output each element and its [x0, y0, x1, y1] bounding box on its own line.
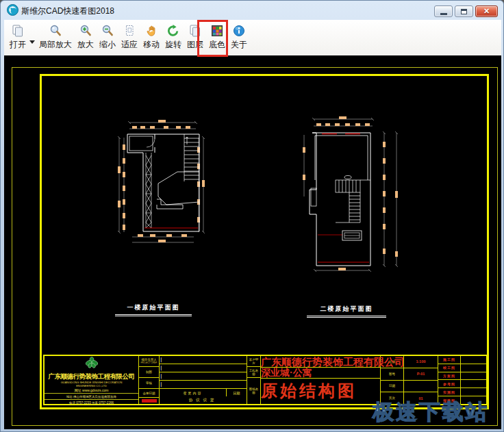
- project-client: 广东顺德行势装饰工程有限公司: [261, 356, 380, 367]
- company-phone: 电话 0757-2233 传真 0757-2266: [45, 400, 138, 405]
- maximize-button[interactable]: [455, 5, 473, 17]
- zoom-out-icon: [101, 23, 114, 38]
- toolbar-button-zoom-in[interactable]: 放大: [75, 22, 97, 52]
- revision-header: 变更内容 日期: [160, 389, 247, 396]
- toolbar-button-fit[interactable]: 适应: [118, 22, 140, 52]
- drawing-type-row: 竣工图: [438, 364, 486, 372]
- toolbar-button-move[interactable]: 移动: [140, 22, 162, 52]
- cad-viewport[interactable]: 一楼原始平面图: [4, 55, 501, 429]
- plan-caption-first-floor: 一楼原始平面图: [115, 303, 192, 316]
- toolbar-button-rotate[interactable]: 旋转: [162, 22, 184, 52]
- meta-row: 日期: [381, 381, 438, 393]
- toolbar-button-zoom-out[interactable]: 缩小: [97, 22, 118, 52]
- signature-stamp-cell: [139, 398, 159, 404]
- signature-row: 会签日期: [139, 389, 159, 398]
- title-block-project-panel: 广东顺德行势装饰工程有限公司 深业城·公寓 原始结构图: [261, 356, 381, 404]
- zoom-in-icon: [79, 23, 92, 38]
- title-block-signature-column: 项目负责人 PROJECT CHIEF 制图 审核 会签日期: [139, 356, 160, 404]
- title-block-revision-grid: ▏ ▏ ▏ ▏ 变更内容 日期 协议议定: [160, 356, 247, 404]
- project-name: 深业城·公寓: [261, 367, 380, 378]
- watermark-text: 极速下载站: [373, 398, 489, 427]
- app-window: 斯维尔CAD快速看图2018 ✕ 打开 局部放大 放大: [0, 0, 504, 432]
- floor-plan-second-floor: [300, 114, 406, 282]
- title-block-company-panel: 广东顺德行势装饰工程有限公司 GUANGDONG SHUNDE XINGSHI …: [45, 356, 139, 404]
- maximize-icon: [461, 9, 467, 14]
- toolbar-button-bgcolor[interactable]: 底色: [206, 22, 228, 52]
- drawing-type-row: 方案图: [438, 372, 486, 381]
- revision-footer: 协议议定: [160, 396, 247, 404]
- app-logo-icon: [7, 4, 18, 16]
- move-hand-icon: [144, 23, 158, 38]
- drawing-type-row: 施工图: [438, 356, 486, 364]
- drawing-type-row: 参考图: [438, 380, 486, 388]
- wall-outline: [127, 134, 199, 231]
- toolbar-button-partial-zoom[interactable]: 局部放大: [36, 22, 75, 52]
- dimension-text-blobs: [303, 116, 398, 270]
- company-logo-icon: [84, 357, 99, 370]
- drawing-title: 原始结构图: [261, 378, 380, 404]
- title-block-project-labels: 客户甲方 工程名称 图纸名称: [247, 356, 261, 404]
- fit-icon: [123, 23, 136, 38]
- about-info-icon: [232, 23, 246, 38]
- window-title: 斯维尔CAD快速看图2018: [21, 5, 114, 17]
- drawing-type-row: 实测图: [438, 388, 486, 396]
- toolbar-button-open[interactable]: 打开: [7, 22, 29, 52]
- title-bar[interactable]: 斯维尔CAD快速看图2018 ✕: [1, 1, 503, 20]
- layers-icon: [188, 23, 202, 38]
- interior-partition: [157, 172, 199, 209]
- staircase: [184, 134, 199, 181]
- revision-row: ▏: [160, 364, 247, 372]
- toolbar-button-about[interactable]: 关于: [228, 22, 250, 52]
- minimize-icon: [440, 13, 447, 15]
- open-dropdown-arrow-icon[interactable]: [29, 40, 35, 44]
- title-block-drawing-types: 施工图 竣工图 方案图 参考图 实测图 报建图: [438, 356, 486, 404]
- plan-caption-second-floor: 二楼原始平面图: [307, 305, 386, 318]
- open-icon: [11, 23, 25, 38]
- company-address: 地址:佛山市顺德区大良街道南国东路: [45, 394, 138, 400]
- interior-fixture: [318, 231, 362, 240]
- staircase: [336, 176, 370, 223]
- signature-row: 审核: [139, 378, 159, 389]
- close-icon: ✕: [483, 7, 490, 16]
- floor-plan-first-floor: [117, 118, 210, 249]
- partial-zoom-icon: [49, 23, 62, 38]
- red-stamp: [142, 399, 157, 403]
- meta-row: 图号 P-01: [381, 368, 438, 381]
- minimize-button[interactable]: [434, 5, 453, 17]
- revision-row: ▏: [160, 372, 247, 381]
- close-button[interactable]: ✕: [475, 5, 498, 17]
- bg-color-icon: [210, 23, 224, 38]
- signature-row: 项目负责人 PROJECT CHIEF: [139, 356, 159, 367]
- company-website: 网址 www.gdxszs.com: [45, 387, 138, 394]
- wall-section-strip: [146, 153, 151, 228]
- toolbar-button-layers[interactable]: 图层: [184, 22, 206, 52]
- rotate-icon: [166, 23, 180, 38]
- revision-row: ▏: [160, 356, 247, 364]
- signature-row: 制图: [139, 367, 159, 378]
- wall-outline: [310, 133, 370, 266]
- main-toolbar: 打开 局部放大 放大 缩小 适应: [4, 20, 501, 55]
- revision-row: ▏: [160, 381, 247, 389]
